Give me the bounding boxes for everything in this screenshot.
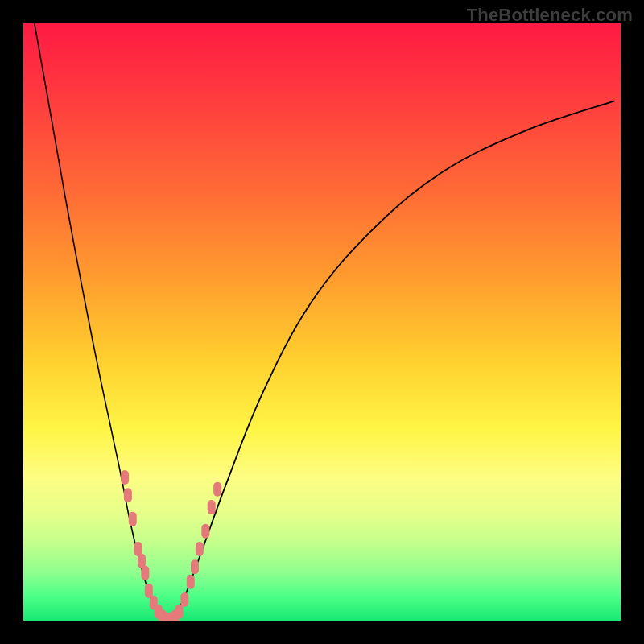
scatter-point: [129, 512, 137, 526]
scatter-point: [187, 575, 195, 589]
scatter-point: [175, 605, 184, 619]
scatter-point: [141, 566, 149, 580]
scatter-point: [208, 500, 216, 514]
scatter-point: [213, 482, 221, 497]
scatter-point: [121, 470, 129, 485]
scatter-point: [180, 592, 188, 607]
chart-svg: [23, 23, 621, 621]
scatter-point: [196, 542, 204, 556]
scatter-point: [191, 559, 199, 574]
curve-left-branch: [32, 23, 163, 621]
chart-frame: TheBottleneck.com: [0, 0, 644, 644]
scatter-highlight: [121, 470, 221, 621]
watermark-label: TheBottleneck.com: [467, 5, 633, 26]
scatter-point: [145, 584, 153, 598]
scatter-point: [201, 524, 209, 539]
curve-right-branch: [173, 101, 615, 621]
scatter-point: [124, 488, 132, 502]
plot-area: [23, 23, 621, 621]
